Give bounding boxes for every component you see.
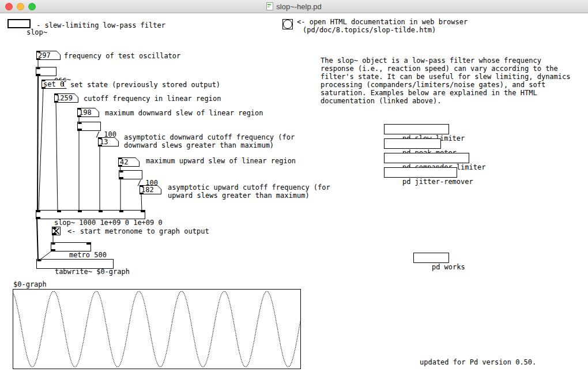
upslew-number-box[interactable]: 42 (118, 157, 140, 167)
slop-subject-object: slop~ (7, 19, 31, 28)
metro-comment: <- start metronome to graph output (67, 227, 209, 235)
asympdown-number-box[interactable]: 13 (98, 137, 119, 147)
freq-comment: frequency of test oscillator (64, 52, 180, 60)
set-state-comment: set state (previously stored output) (70, 81, 220, 89)
subject-comment: - slew-limiting low-pass filter (36, 21, 165, 29)
cutoff-comment: cutoff frequency in linear region (84, 95, 221, 103)
window-title-area: slop~-help.pd (0, 0, 588, 13)
asympup-number-box[interactable]: 182 (140, 185, 161, 194)
output-graph (13, 289, 301, 369)
doc-link-comment-line2: (pd/doc/8.topics/slop-tilde.htm) (303, 26, 436, 34)
set-state-message[interactable]: set 0 (42, 80, 67, 89)
divide-100-object-2: / 100 (119, 170, 142, 179)
metro-object: metro 500 (51, 242, 91, 251)
osc-object: osc~ (36, 67, 56, 76)
upslew-comment: maximum upward slew of linear region (146, 157, 296, 165)
downslew-number-box[interactable]: 198 (77, 108, 99, 117)
cutoff-number-box[interactable]: 1259 (54, 93, 78, 103)
subpatch-slew-limiter[interactable]: pd slew-limiter (384, 124, 449, 134)
asympdown-comment: asymptotic downward cutoff frequency (fo… (124, 133, 304, 149)
metro-toggle[interactable] (52, 227, 61, 235)
pd-file-icon (266, 2, 273, 10)
downslew-comment: maximum downward slew of linear region (105, 109, 263, 117)
slop-main-object: slop~ 1000 1e+09 0 1e+09 0 (36, 210, 145, 219)
pd-patch-window: slop~-help.pd slop~ - slew-limiting low-… (0, 0, 588, 383)
divide-100-object-1: / 100 (77, 122, 101, 131)
bang-circle-icon (283, 20, 292, 29)
subpatch-compander-limiter[interactable]: pd compander-limiter (384, 153, 469, 163)
title-bar[interactable]: slop~-help.pd (0, 0, 588, 13)
tabwrite-object: tabwrite~ $0-graph (36, 259, 114, 269)
freq-number-box[interactable]: 297 (36, 51, 61, 60)
version-footer: updated for Pd version 0.50. (420, 358, 536, 366)
open-docs-bang-button[interactable] (282, 19, 293, 29)
subpatch-works[interactable]: pd works (413, 253, 449, 263)
doc-link-comment-line1: <- open HTML documentation in web browse… (297, 18, 468, 26)
subpatch-jitter-remover[interactable]: pd jitter-remover (384, 167, 457, 178)
asympup-comment: asymptotic upward cutoff frequency (for … (168, 183, 341, 200)
subpatch-peak-meter[interactable]: pd peak-meter (384, 138, 441, 149)
sine-wave-plot (13, 290, 300, 369)
window-title: slop~-help.pd (276, 2, 321, 11)
